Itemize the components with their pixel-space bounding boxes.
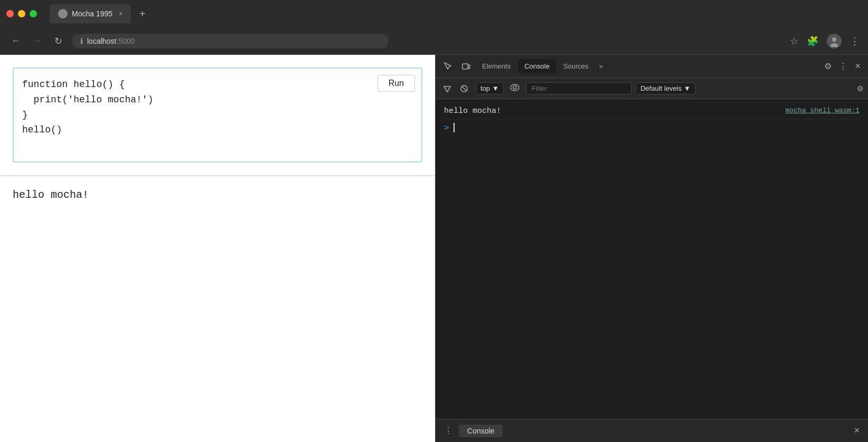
output-section: hello mocha! [0, 176, 435, 442]
console-context-selector[interactable]: top ▼ [476, 82, 504, 94]
svg-point-2 [831, 43, 838, 47]
extensions-icon[interactable]: 🧩 [807, 35, 818, 47]
console-level-selector[interactable]: Default levels ▼ [636, 82, 695, 94]
traffic-lights [6, 10, 37, 17]
console-log-source[interactable]: mocha_shell_wasm:1 [786, 107, 860, 114]
console-settings-icon[interactable]: ⚙ [857, 84, 864, 93]
svg-marker-5 [444, 87, 450, 92]
console-prompt-symbol: > [444, 122, 449, 132]
console-eye-icon[interactable] [506, 82, 524, 95]
level-dropdown-icon: ▼ [684, 84, 691, 92]
toolbar-icons: ☆ 🧩 ⋮ [790, 34, 860, 49]
devtools-bottom-bar: ⋮ Console × [436, 419, 868, 442]
console-clear-icon[interactable] [440, 82, 455, 95]
devtools-menu-icon[interactable]: ⋮ [836, 58, 851, 74]
tab-favicon [58, 9, 68, 18]
devtools-tab-bar: Elements Console Sources » ⚙ ⋮ × [436, 55, 868, 78]
tab-console[interactable]: Console [518, 59, 556, 73]
tab-close-icon[interactable]: × [119, 10, 122, 17]
devtools-device-icon[interactable] [458, 58, 475, 75]
main-area: function hello() { print('hello mocha!')… [0, 55, 868, 442]
svg-rect-3 [463, 64, 468, 69]
forward-button[interactable]: → [30, 35, 44, 46]
console-log-text: hello mocha! [444, 107, 501, 116]
svg-point-1 [832, 37, 836, 42]
console-input-line[interactable]: > [442, 119, 862, 136]
tab-title: Mocha 1995 [72, 9, 112, 18]
devtools-gear-icon[interactable]: ⚙ [821, 58, 835, 74]
bottom-bar-close-icon[interactable]: × [854, 425, 860, 436]
maximize-button[interactable] [30, 10, 37, 17]
output-text: hello mocha! [13, 189, 422, 201]
back-button[interactable]: ← [8, 35, 23, 46]
title-bar: Mocha 1995 × + [0, 0, 868, 27]
context-dropdown-icon: ▼ [492, 84, 499, 92]
console-toolbar: top ▼ Default levels ▼ ⚙ [436, 78, 868, 99]
code-editor[interactable]: function hello() { print('hello mocha!')… [13, 68, 422, 162]
console-log-entry: hello mocha! mocha_shell_wasm:1 [442, 103, 862, 119]
level-label: Default levels [640, 84, 682, 92]
run-button[interactable]: Run [378, 75, 415, 92]
svg-point-9 [513, 86, 516, 89]
page-content: function hello() { print('hello mocha!')… [0, 55, 435, 442]
address-input[interactable]: ℹ localhost:5000 [72, 34, 389, 49]
code-line-4: hello() [22, 122, 413, 138]
code-line-3: } [22, 108, 413, 123]
svg-rect-4 [468, 65, 470, 69]
console-block-icon[interactable] [457, 82, 471, 95]
new-tab-button[interactable]: + [139, 8, 146, 20]
console-filter-input[interactable] [526, 82, 631, 94]
close-button[interactable] [6, 10, 14, 17]
devtools-more-tabs[interactable]: » [596, 59, 606, 73]
context-label: top [480, 84, 490, 92]
code-line-1: function hello() { [22, 77, 413, 92]
svg-point-8 [511, 84, 519, 91]
profile-avatar[interactable] [827, 34, 842, 49]
console-cursor [454, 123, 455, 132]
info-icon: ℹ [80, 37, 83, 45]
menu-icon[interactable]: ⋮ [850, 35, 860, 47]
minimize-button[interactable] [18, 10, 25, 17]
bookmark-icon[interactable]: ☆ [790, 35, 798, 47]
editor-section: function hello() { print('hello mocha!')… [0, 55, 435, 176]
address-bar: ← → ↻ ℹ localhost:5000 ☆ 🧩 ⋮ [0, 27, 868, 55]
devtools-close-icon[interactable]: × [852, 57, 864, 75]
devtools-panel: Elements Console Sources » ⚙ ⋮ × [435, 55, 868, 442]
console-output: hello mocha! mocha_shell_wasm:1 > [436, 99, 868, 419]
bottom-bar-menu-icon[interactable]: ⋮ [444, 426, 452, 436]
tab-elements[interactable]: Elements [476, 59, 517, 73]
devtools-inspect-icon[interactable] [440, 58, 457, 75]
bottom-bar-console-label[interactable]: Console [459, 425, 503, 437]
svg-line-7 [461, 86, 467, 91]
tab-sources[interactable]: Sources [557, 59, 595, 73]
address-text: localhost:5000 [87, 37, 135, 45]
reload-button[interactable]: ↻ [51, 35, 65, 47]
code-line-2: print('hello mocha!') [22, 92, 413, 108]
browser-tab[interactable]: Mocha 1995 × [50, 4, 131, 23]
